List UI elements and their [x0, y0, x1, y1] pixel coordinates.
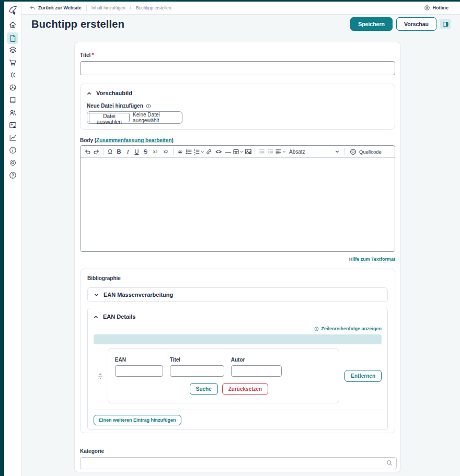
ean-details-accordion-header[interactable]: EAN Details — [94, 314, 382, 320]
sidebar-item-people[interactable] — [7, 108, 18, 118]
underline-button[interactable]: U — [132, 147, 141, 157]
file-status-text: Keine Datei ausgewählt — [133, 112, 180, 123]
vorschaubild-fieldset: Vorschaubild Neue Datei hinzufügen Datei… — [80, 84, 395, 130]
sidebar-item-commerce[interactable] — [7, 57, 18, 67]
insert-image-button[interactable] — [244, 147, 252, 157]
kategorie-input[interactable] — [80, 457, 397, 469]
settings-gear-icon — [8, 158, 17, 167]
show-row-weights-link[interactable]: Zeilenreihenfolge anzeigen — [314, 326, 382, 331]
italic-button[interactable]: I — [123, 147, 132, 157]
layout-columns-icon — [442, 21, 449, 28]
sidebar-item-content[interactable] — [7, 32, 18, 44]
body-label: Body (Zusammenfassung bearbeiten) — [80, 137, 395, 143]
suche-button[interactable]: Suche — [190, 383, 218, 395]
breadcrumb-divider — [86, 5, 87, 11]
horizontal-line-button[interactable]: — — [224, 147, 233, 157]
sidebar-item-books[interactable] — [7, 95, 18, 105]
sidebar-item-help[interactable] — [7, 170, 18, 180]
file-upload-widget[interactable]: Datei auswählen Keine Datei ausgewählt — [87, 111, 182, 124]
sidebar-item-modules[interactable] — [7, 83, 18, 92]
help-tooltip-icon[interactable] — [146, 103, 151, 109]
add-more-entry-button[interactable]: Einen weiteren Eintrag hinzufügen — [94, 415, 181, 425]
bibliographie-label: Bibliographie — [87, 275, 388, 281]
toolbar-separator — [103, 148, 104, 155]
ean-input[interactable] — [115, 365, 163, 377]
back-to-website-link[interactable]: Zurück zur Website — [30, 5, 82, 11]
block-quote-button[interactable]: “ — [176, 147, 185, 157]
strikethrough-button[interactable]: S — [141, 147, 150, 157]
autor-input[interactable] — [231, 365, 282, 377]
numbered-list-button[interactable] — [193, 147, 204, 157]
kategorie-autocomplete — [80, 457, 397, 469]
required-marker: * — [91, 52, 94, 58]
source-code-icon — [350, 148, 356, 155]
ean-label: EAN — [115, 357, 163, 363]
redo-button[interactable] — [92, 147, 101, 157]
book-icon — [8, 96, 17, 105]
entfernen-button[interactable]: Entfernen — [344, 370, 382, 382]
breadcrumb-item-current: Buchtipp erstellen — [136, 5, 171, 10]
analytics-icon — [8, 133, 17, 142]
sidebar-item-settings[interactable] — [7, 158, 18, 168]
entry-titel-input[interactable] — [170, 365, 224, 377]
icon-sidebar — [4, 2, 21, 476]
sidebar-item-reports[interactable] — [7, 145, 18, 155]
titel-field-group: Titel — [170, 357, 224, 377]
breadcrumb-item[interactable]: Inhalt hinzufügen — [91, 5, 125, 10]
node-form-panel: Titel* Vorschaubild Neue Datei hinzufüge… — [74, 42, 401, 472]
undo-button[interactable] — [83, 147, 92, 157]
bold-button[interactable]: B — [114, 147, 123, 157]
kategorie-label: Kategorie — [80, 448, 104, 454]
text-alignment-button[interactable] — [275, 147, 286, 157]
sidebar-item-media[interactable] — [7, 120, 18, 130]
page-title: Buchtipp erstellen — [31, 18, 124, 30]
entry-divider — [94, 410, 382, 410]
bulleted-list-button[interactable] — [185, 147, 193, 157]
preview-button[interactable]: Vorschau — [396, 17, 436, 31]
sidebar-item-layers[interactable] — [7, 45, 18, 55]
vorschaubild-accordion-header[interactable]: Vorschaubild — [87, 90, 388, 96]
chevron-down-icon — [94, 293, 99, 297]
table-button[interactable] — [233, 147, 244, 157]
edit-summary-link[interactable]: Zusammenfassung bearbeiten — [96, 137, 171, 143]
subscript-button[interactable]: x2 — [150, 147, 160, 157]
search-icon — [386, 459, 393, 467]
code-button[interactable]: <> — [213, 147, 224, 157]
chevron-down-icon — [282, 150, 286, 154]
ean-massenverarbeitung-accordion[interactable]: EAN Massenverarbeitung — [87, 287, 388, 302]
drag-handle[interactable] — [94, 349, 108, 403]
hotline-icon — [424, 5, 430, 11]
document-icon — [8, 34, 17, 43]
meta-sidebar-toggle-button[interactable] — [440, 19, 451, 29]
autor-field-group: Autor — [231, 357, 282, 377]
site-logo-icon[interactable] — [6, 4, 19, 16]
text-format-help-link[interactable]: Hilfe zum Textformat — [349, 257, 395, 262]
titel-input[interactable] — [80, 61, 395, 75]
editor-toolbar: Ω B I U S x2 x2 “ <> — — [80, 146, 395, 158]
link-button[interactable] — [204, 147, 213, 157]
save-button[interactable]: Speichern — [350, 17, 393, 31]
ean-entry-card: EAN Titel Autor Suche — [108, 349, 340, 403]
paragraph-format-dropdown[interactable]: Absatz — [286, 147, 342, 157]
breadcrumb-separator: / — [130, 5, 131, 10]
media-icon — [8, 121, 17, 130]
package-icon — [8, 83, 17, 92]
file-choose-button[interactable]: Datei auswählen — [89, 113, 130, 122]
sidebar-item-home[interactable] — [7, 20, 18, 30]
special-characters-button[interactable]: Ω — [106, 147, 114, 157]
chevron-down-icon — [240, 150, 244, 154]
superscript-button[interactable]: x2 — [160, 147, 171, 157]
info-icon — [8, 146, 17, 155]
zuruecksetzen-button[interactable]: Zurücksetzen — [222, 383, 268, 395]
body-editing-area[interactable] — [80, 158, 395, 252]
hotline-link[interactable]: Hotline — [424, 5, 449, 11]
source-button[interactable]: Quellcode — [347, 148, 384, 155]
cart-icon — [8, 58, 17, 67]
chevron-down-icon — [335, 149, 339, 154]
toolbar-separator — [173, 148, 174, 155]
body-rich-text-editor: Ω B I U S x2 x2 “ <> — — [80, 145, 395, 252]
window-top-frame — [0, 0, 460, 2]
row-weights-icon — [314, 327, 319, 331]
sidebar-item-configuration[interactable] — [7, 70, 18, 80]
sidebar-item-analytics[interactable] — [7, 133, 18, 143]
